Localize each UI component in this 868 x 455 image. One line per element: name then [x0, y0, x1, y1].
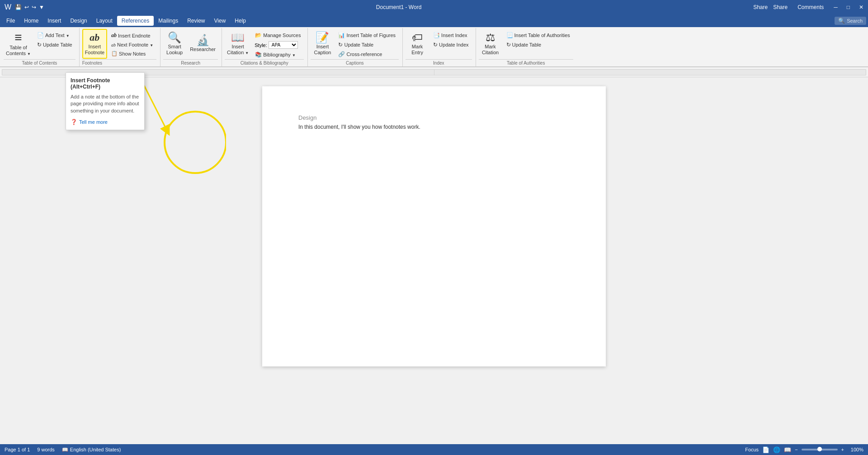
- focus-button[interactable]: Focus: [745, 447, 759, 452]
- read-mode-icon[interactable]: 📖: [784, 446, 791, 453]
- mark-citation-icon: ⚖: [486, 32, 495, 43]
- update-table-toc-button[interactable]: ↻ Update Table: [34, 40, 75, 49]
- add-text-icon: 📄: [37, 32, 44, 38]
- insert-caption-button[interactable]: 📝 InsertCaption: [311, 29, 334, 59]
- menu-item-help[interactable]: Help: [230, 16, 250, 26]
- style-row: Style: APA MLA Chicago: [252, 41, 304, 49]
- next-footnote-button[interactable]: ab Next Footnote ▼: [108, 41, 156, 49]
- menu-bar: File Home Insert Design Layout Reference…: [0, 14, 868, 27]
- zoom-in-button[interactable]: +: [841, 447, 844, 452]
- title-bar: W 💾 ↩ ↪ ▼ Document1 - Word Share Share C…: [0, 0, 868, 14]
- menu-item-home[interactable]: Home: [19, 16, 43, 26]
- ribbon: ≡ Table ofContents ▼ 📄 Add Text ▼ ↻ Upda…: [0, 27, 868, 67]
- toc-button[interactable]: ≡ Table ofContents ▼: [4, 29, 33, 59]
- research-group-label: Research: [163, 59, 218, 66]
- ribbon-group-research: 🔍 SmartLookup 🔬 Researcher Research: [160, 28, 222, 66]
- ribbon-group-toc: ≡ Table ofContents ▼ 📄 Add Text ▼ ↻ Upda…: [2, 28, 80, 66]
- menu-item-review[interactable]: Review: [183, 16, 209, 26]
- search-box[interactable]: 🔍 Search: [835, 17, 866, 25]
- update-index-button[interactable]: ↻ Update Index: [430, 40, 472, 49]
- share-label[interactable]: Share: [773, 4, 788, 10]
- menu-item-insert[interactable]: Insert: [43, 16, 66, 26]
- document-area[interactable]: Design In this document, I'll show you h…: [0, 77, 868, 444]
- menu-item-view[interactable]: View: [210, 16, 231, 26]
- word-count[interactable]: 9 words: [37, 447, 55, 452]
- manage-sources-button[interactable]: 📂 Manage Sources: [252, 31, 304, 40]
- menu-item-layout[interactable]: Layout: [92, 16, 117, 26]
- next-footnote-icon: ab: [111, 42, 116, 47]
- mark-citation-button[interactable]: ⚖ MarkCitation: [479, 29, 502, 59]
- authorities-group-label: Table of Authorities: [479, 59, 573, 66]
- status-bar: Page 1 of 1 9 words 📖 English (United St…: [0, 444, 868, 455]
- document-title: Document1 - Word: [376, 4, 421, 10]
- insert-citation-button[interactable]: 📖 InsertCitation ▼: [225, 29, 251, 59]
- ribbon-group-footnotes: ab InsertFootnote ab Insert Endnote ab N…: [80, 28, 161, 66]
- doc-content[interactable]: Design In this document, I'll show you h…: [298, 113, 570, 131]
- zoom-out-button[interactable]: −: [795, 447, 797, 452]
- spell-check-icon: 📖: [62, 447, 68, 453]
- insert-endnote-button[interactable]: ab Insert Endnote: [108, 31, 156, 40]
- mark-entry-icon: 🏷: [412, 32, 423, 43]
- doc-text-design: Design: [298, 114, 316, 121]
- minimize-button[interactable]: ─: [834, 4, 838, 10]
- menu-item-file[interactable]: File: [2, 16, 19, 26]
- share-button[interactable]: Share: [753, 4, 768, 10]
- cross-reference-icon: 🔗: [338, 51, 345, 57]
- tooltip-link[interactable]: ❓ Tell me more: [71, 119, 140, 125]
- bibliography-icon: 📚: [255, 52, 262, 58]
- insert-footnote-icon: ab: [90, 32, 99, 43]
- help-icon: ❓: [71, 119, 77, 125]
- menu-item-mailings[interactable]: Mailings: [154, 16, 183, 26]
- print-layout-icon[interactable]: 📄: [762, 446, 769, 453]
- mark-entry-button[interactable]: 🏷 MarkEntry: [406, 29, 429, 59]
- tooltip-title: Insert Footnote (Alt+Ctrl+F): [71, 77, 140, 90]
- update-table-authorities-icon: ↻: [506, 42, 511, 48]
- insert-index-icon: 📑: [433, 32, 440, 38]
- update-table-captions-button[interactable]: ↻ Update Table: [335, 40, 399, 49]
- insert-index-button[interactable]: 📑 Insert Index: [430, 31, 472, 40]
- update-index-icon: ↻: [433, 42, 438, 48]
- insert-footnote-button[interactable]: ab InsertFootnote: [82, 29, 107, 59]
- zoom-level[interactable]: 100%: [848, 447, 863, 452]
- doc-text-main: In this document, I'll show you how foot…: [298, 124, 420, 130]
- bibliography-button[interactable]: 📚 Bibliography ▼: [252, 50, 304, 59]
- captions-group-label: Captions: [311, 59, 399, 66]
- tooltip-popup: Insert Footnote (Alt+Ctrl+F) Add a note …: [66, 72, 145, 130]
- ribbon-group-index: 🏷 MarkEntry 📑 Insert Index ↻ Update Inde…: [403, 28, 476, 66]
- cross-reference-button[interactable]: 🔗 Cross-reference: [335, 50, 399, 59]
- toc-group-label: Table of Contents: [4, 59, 75, 66]
- ribbon-group-captions: 📝 InsertCaption 📊 Insert Table of Figure…: [308, 28, 403, 66]
- style-select[interactable]: APA MLA Chicago: [269, 41, 298, 49]
- maximize-button[interactable]: □: [847, 4, 850, 10]
- page-info[interactable]: Page 1 of 1: [5, 447, 30, 452]
- tooltip-description: Add a note at the bottom of the page pro…: [71, 94, 140, 114]
- app-icon: W: [5, 3, 11, 11]
- status-bar-right: Focus 📄 🌐 📖 − + 100%: [745, 446, 863, 453]
- search-label: Search: [847, 18, 863, 23]
- quick-access-toolbar: 💾 ↩ ↪ ▼: [15, 4, 44, 10]
- menu-item-design[interactable]: Design: [66, 16, 91, 26]
- ribbon-group-authorities: ⚖ MarkCitation 📃 Insert Table of Authori…: [476, 28, 577, 66]
- toc-icon: ≡: [14, 31, 22, 44]
- insert-citation-icon: 📖: [231, 32, 245, 43]
- insert-endnote-icon: ab: [111, 32, 117, 39]
- update-table-toc-icon: ↻: [37, 42, 42, 48]
- close-button[interactable]: ✕: [859, 4, 863, 10]
- researcher-icon: 🔬: [196, 35, 210, 46]
- comments-button[interactable]: Comments: [797, 4, 824, 10]
- status-bar-left: Page 1 of 1 9 words 📖 English (United St…: [5, 447, 121, 453]
- smart-lookup-button[interactable]: 🔍 SmartLookup: [163, 29, 186, 59]
- update-table-authorities-button[interactable]: ↻ Update Table: [503, 40, 573, 49]
- insert-table-of-figures-button[interactable]: 📊 Insert Table of Figures: [335, 31, 399, 40]
- update-table-captions-icon: ↻: [338, 42, 343, 48]
- footnotes-group-label: Footnotes: [82, 59, 157, 66]
- add-text-button[interactable]: 📄 Add Text ▼: [34, 31, 75, 40]
- zoom-slider[interactable]: [802, 449, 838, 450]
- researcher-button[interactable]: 🔬 Researcher: [188, 29, 218, 59]
- menu-item-references[interactable]: References: [117, 16, 154, 26]
- insert-table-of-authorities-button[interactable]: 📃 Insert Table of Authorities: [503, 31, 573, 40]
- web-layout-icon[interactable]: 🌐: [773, 446, 780, 453]
- index-group-label: Index: [406, 59, 472, 66]
- show-notes-button[interactable]: 📋 Show Notes: [108, 49, 156, 58]
- search-icon: 🔍: [838, 18, 845, 24]
